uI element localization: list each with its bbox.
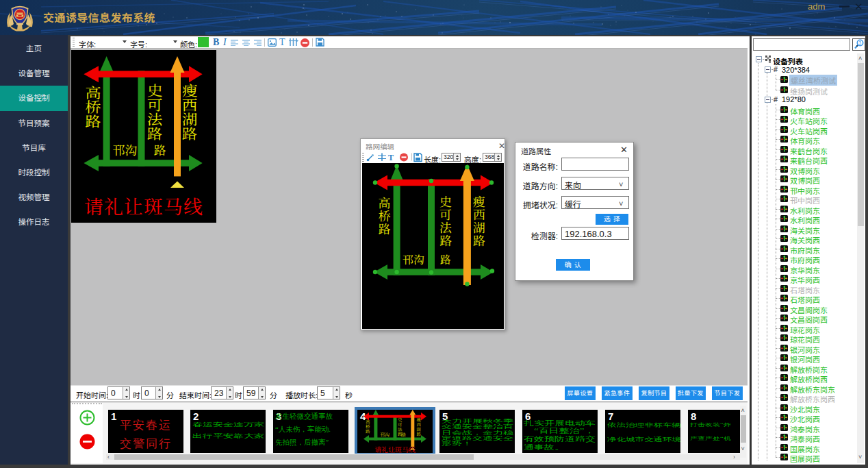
svg-text:路: 路: [401, 431, 406, 438]
svg-text:路: 路: [417, 431, 422, 437]
svg-text:T: T: [388, 153, 394, 162]
svg-text:3: 3: [859, 40, 862, 45]
svg-text:邗沟: 邗沟: [380, 431, 390, 438]
svg-text:路: 路: [366, 428, 370, 434]
